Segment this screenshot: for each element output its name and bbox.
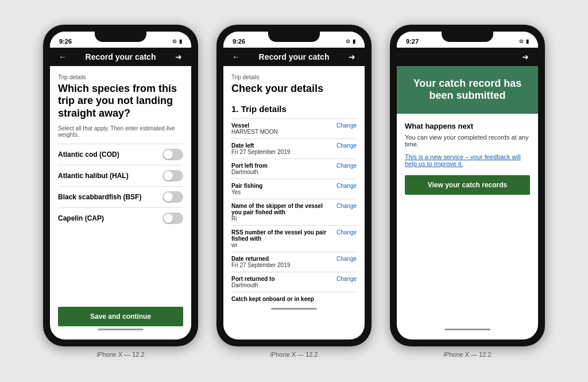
toggle-2[interactable] [163, 191, 183, 203]
detail-row-5: RSS number of the vessel you pair fished… [231, 225, 357, 252]
toggle-0[interactable] [163, 149, 183, 160]
species-name-2: Black scabbardfish (BSF) [58, 193, 141, 201]
phone-3-notch [442, 32, 493, 42]
helper-text-1: Select all that apply. Then enter estima… [58, 125, 183, 138]
nav-title-2: Record your catch [246, 52, 342, 61]
what-next-heading: What happens next [405, 122, 530, 130]
detail-left-6: Date returned Fri 27 September 2019 [231, 256, 332, 268]
exit-button-2[interactable]: ➜ [346, 52, 358, 61]
phone-1-wrapper: 9:26 ⊙ ▮ ← Record your catch ➜ Trip deta… [43, 25, 198, 358]
exit-button-1[interactable]: ➜ [173, 52, 184, 61]
wifi-icon: ⊙ [172, 38, 177, 44]
change-link-1[interactable]: Change [336, 142, 357, 149]
battery-icon-3: ▮ [526, 38, 529, 44]
home-indicator-1 [98, 329, 144, 330]
status-icons-1: ⊙ ▮ [172, 38, 182, 44]
change-link-3[interactable]: Change [336, 183, 357, 189]
detail-label-3: Pair fishing [231, 183, 332, 189]
detail-label-2: Port left from [231, 163, 332, 169]
species-item-0[interactable]: Atlantic cod (COD) [58, 144, 183, 165]
wifi-icon-3: ⊙ [519, 38, 524, 44]
detail-left-8: Catch kept onboard or in keep [231, 296, 357, 302]
nav-bar-1: ← Record your catch ➜ [50, 48, 191, 66]
phone-2-screen: 9:26 ⊙ ▮ ← Record your catch ➜ Trip deta… [223, 32, 365, 339]
screen-heading-1: Which species from this trip are you not… [58, 83, 183, 120]
toggle-1[interactable] [163, 170, 183, 182]
trip-details-label-2: Trip details [231, 74, 357, 80]
phone-2-notch [268, 32, 320, 42]
phone-1-screen: 9:26 ⊙ ▮ ← Record your catch ➜ Trip deta… [50, 32, 191, 339]
detail-value-6: Fri 27 September 2019 [231, 262, 332, 268]
detail-row-3: Pair fishing Yes Change [231, 179, 357, 199]
screen-content-2: Trip details Check your details 1. Trip … [223, 66, 365, 339]
battery-icon-2: ▮ [353, 38, 355, 44]
change-link-0[interactable]: Change [336, 122, 357, 129]
species-item-2[interactable]: Black scabbardfish (BSF) [58, 186, 183, 207]
detail-label-4: Name of the skipper of the vessel you pa… [231, 203, 332, 215]
change-link-4[interactable]: Change [336, 203, 357, 209]
detail-row-1: Date left Fri 27 September 2019 Change [231, 138, 357, 159]
status-time-2: 9:26 [233, 38, 245, 45]
detail-row-6: Date returned Fri 27 September 2019 Chan… [231, 252, 357, 272]
detail-label-6: Date returned [231, 256, 332, 262]
home-indicator-3 [444, 329, 490, 330]
species-item-1[interactable]: Atlantic halibut (HAL) [58, 165, 183, 186]
success-banner: Your catch record has been submitted [397, 66, 538, 114]
detail-value-0: HARVEST MOON [231, 129, 332, 135]
species-name-1: Atlantic halibut (HAL) [58, 172, 129, 180]
nav-title-1: Record your catch [73, 52, 168, 61]
nav-bar-2: ← Record your catch ➜ [223, 48, 365, 66]
phone-2-label: iPhone X — 12.2 [270, 351, 318, 358]
detail-label-5: RSS number of the vessel you pair fished… [231, 229, 332, 242]
detail-left-1: Date left Fri 27 September 2019 [231, 142, 332, 155]
detail-value-5: wr [231, 242, 332, 248]
change-link-2[interactable]: Change [336, 163, 357, 169]
species-name-3: Capelin (CAP) [58, 214, 104, 222]
change-link-7[interactable]: Change [336, 276, 357, 282]
section-heading-2: 1. Trip details [231, 104, 357, 114]
species-name-0: Atlantic cod (COD) [58, 151, 119, 159]
save-continue-button[interactable]: Save and continue [58, 307, 183, 326]
detail-row-4: Name of the skipper of the vessel you pa… [231, 199, 357, 225]
detail-value-1: Fri 27 September 2019 [231, 149, 332, 155]
phone-1-label: iPhone X — 12.2 [96, 351, 144, 358]
screen-heading-2: Check your details [231, 83, 357, 95]
species-item-3[interactable]: Capelin (CAP) [58, 207, 183, 229]
phone-3-label: iPhone X — 12.2 [443, 351, 491, 358]
what-next-text: You can view your completed records at a… [405, 134, 530, 148]
feedback-link[interactable]: This is a new service – your feedback wi… [405, 153, 530, 167]
battery-icon: ▮ [179, 38, 182, 44]
detail-value-4: Ri [231, 215, 332, 222]
view-records-button[interactable]: View your catch records [405, 175, 530, 195]
nav-bar-3: ← ➜ [397, 48, 538, 66]
detail-left-0: Vessel HARVEST MOON [231, 122, 332, 135]
back-button-1[interactable]: ← [57, 52, 68, 61]
toggle-3[interactable] [163, 213, 183, 224]
screen-content-3: Your catch record has been submitted Wha… [397, 66, 538, 339]
change-link-5[interactable]: Change [336, 229, 357, 236]
phone-3-screen: 9:27 ⊙ ▮ ← ➜ Your catch record has been … [397, 32, 538, 339]
detail-left-5: RSS number of the vessel you pair fished… [231, 229, 332, 248]
detail-label-8: Catch kept onboard or in keep [231, 296, 357, 302]
detail-left-7: Port returned to Dartmouth [231, 276, 332, 288]
phone-1-notch [95, 32, 146, 42]
detail-value-2: Dartmouth [231, 169, 332, 175]
detail-label-1: Date left [231, 142, 332, 149]
trip-details-label-1: Trip details [58, 74, 183, 80]
wifi-icon-2: ⊙ [346, 38, 350, 44]
status-icons-3: ⊙ ▮ [519, 38, 529, 44]
back-button-2[interactable]: ← [230, 52, 242, 61]
detail-value-7: Dartmouth [231, 282, 332, 288]
status-icons-2: ⊙ ▮ [346, 38, 355, 44]
phone-1: 9:26 ⊙ ▮ ← Record your catch ➜ Trip deta… [43, 25, 198, 346]
change-link-6[interactable]: Change [336, 256, 357, 262]
home-indicator-2 [271, 308, 317, 310]
detail-row-0: Vessel HARVEST MOON Change [231, 118, 357, 138]
exit-button-3[interactable]: ➜ [520, 52, 531, 61]
detail-value-3: Yes [231, 189, 332, 195]
detail-row-2: Port left from Dartmouth Change [231, 159, 357, 179]
screen-content-1: Trip details Which species from this tri… [50, 66, 191, 339]
status-time-3: 9:27 [406, 38, 419, 45]
species-list: Atlantic cod (COD) Atlantic halibut (HAL… [58, 144, 183, 302]
phone-2-wrapper: 9:26 ⊙ ▮ ← Record your catch ➜ Trip deta… [216, 25, 372, 358]
